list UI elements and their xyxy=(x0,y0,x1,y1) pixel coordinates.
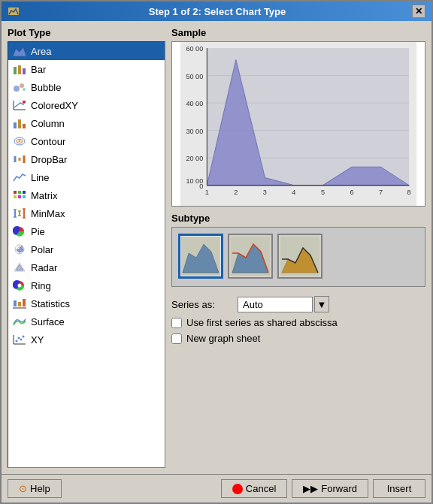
plot-type-panel: Plot Type Area Bar xyxy=(8,27,165,468)
plot-item-xy-label: XY xyxy=(31,334,44,346)
svg-rect-3 xyxy=(18,65,21,74)
series-as-dropdown[interactable]: ▼ xyxy=(314,296,329,312)
plot-item-line[interactable]: Line xyxy=(8,168,165,186)
dropbar-icon xyxy=(13,152,26,166)
main-content: Plot Type Area Bar xyxy=(2,21,431,474)
svg-point-16 xyxy=(19,140,21,142)
plot-item-area[interactable]: Area xyxy=(8,42,165,60)
titlebar: Step 1 of 2: Select Chart Type ✕ xyxy=(2,2,431,21)
coloredxy-icon xyxy=(13,98,26,112)
plot-item-column[interactable]: Column xyxy=(8,114,165,132)
plot-type-list: Area Bar Bubble xyxy=(8,41,165,468)
svg-point-50 xyxy=(18,337,20,340)
subtype-2-preview xyxy=(231,237,270,276)
plot-item-surface-label: Surface xyxy=(31,316,65,327)
series-as-label: Series as: xyxy=(171,299,232,310)
svg-marker-1 xyxy=(13,47,26,56)
svg-text:8: 8 xyxy=(407,189,410,196)
xy-icon xyxy=(13,333,26,346)
new-graph-sheet-checkbox[interactable] xyxy=(171,333,182,344)
series-select: Auto ▼ xyxy=(238,296,329,312)
svg-rect-13 xyxy=(23,124,26,128)
svg-text:60 00: 60 00 xyxy=(186,45,203,53)
plot-item-pie[interactable]: Pie xyxy=(8,222,165,240)
plot-item-minmax-label: MinMax xyxy=(31,208,65,219)
svg-point-42 xyxy=(18,284,22,288)
svg-point-7 xyxy=(23,88,26,91)
subtype-item-1[interactable] xyxy=(178,234,223,279)
svg-point-51 xyxy=(20,339,23,341)
svg-rect-11 xyxy=(14,122,17,128)
plot-item-dropbar-label: DropBar xyxy=(31,154,67,165)
plot-type-label: Plot Type xyxy=(8,27,165,38)
plot-item-polar[interactable]: Polar xyxy=(8,240,165,258)
plot-item-matrix-label: Matrix xyxy=(31,190,57,201)
pie-icon xyxy=(13,225,26,238)
plot-item-statistics[interactable]: Statistics xyxy=(8,294,165,312)
subtype-item-2[interactable] xyxy=(228,234,273,279)
svg-rect-12 xyxy=(18,119,21,128)
svg-rect-10 xyxy=(23,101,26,103)
footer-right: Cancel ▶▶ Forward Insert xyxy=(221,479,425,498)
plot-item-bubble[interactable]: Bubble xyxy=(8,78,165,96)
svg-rect-21 xyxy=(18,191,21,194)
svg-point-52 xyxy=(23,336,25,338)
plot-item-line-label: Line xyxy=(31,172,50,183)
plot-item-matrix[interactable]: Matrix xyxy=(8,186,165,204)
chart-svg: 60 00 50 00 40 00 30 00 20 00 10 00 xyxy=(172,42,425,206)
plot-item-coloredxy-label: ColoredXY xyxy=(31,100,78,111)
svg-point-6 xyxy=(20,83,24,88)
svg-rect-20 xyxy=(14,191,17,194)
forward-button[interactable]: ▶▶ Forward xyxy=(292,479,368,498)
radar-icon xyxy=(13,261,26,274)
help-button[interactable]: ⊙ Help xyxy=(8,479,62,498)
plot-item-radar[interactable]: Radar xyxy=(8,258,165,276)
main-window: Step 1 of 2: Select Chart Type ✕ Plot Ty… xyxy=(0,0,433,504)
subtype-label: Subtype xyxy=(171,213,425,224)
cancel-icon xyxy=(232,484,243,494)
cancel-button[interactable]: Cancel xyxy=(221,479,287,498)
insert-button[interactable]: Insert xyxy=(373,479,425,498)
footer-left: ⊙ Help xyxy=(8,479,62,498)
bubble-icon xyxy=(13,80,26,94)
plot-item-column-label: Column xyxy=(31,118,65,129)
plot-item-dropbar[interactable]: DropBar xyxy=(8,150,165,168)
plot-item-ring[interactable]: Ring xyxy=(8,276,165,294)
svg-text:0: 0 xyxy=(199,183,203,190)
bar-icon xyxy=(13,62,26,76)
series-as-select[interactable]: Auto xyxy=(238,297,313,312)
polar-icon xyxy=(13,243,26,256)
plot-item-contour[interactable]: Contour xyxy=(8,132,165,150)
svg-rect-24 xyxy=(18,195,21,198)
minmax-icon xyxy=(13,207,26,220)
first-series-checkbox[interactable] xyxy=(171,318,182,328)
sample-label: Sample xyxy=(171,27,425,38)
matrix-icon xyxy=(13,189,26,202)
help-icon: ⊙ xyxy=(19,483,27,494)
svg-rect-44 xyxy=(18,302,21,306)
svg-rect-2 xyxy=(14,67,17,74)
plot-item-minmax[interactable]: MinMax xyxy=(8,204,165,222)
svg-rect-25 xyxy=(23,195,26,198)
svg-text:5: 5 xyxy=(321,189,325,196)
plot-item-radar-label: Radar xyxy=(31,262,57,273)
subtype-options xyxy=(171,227,425,287)
surface-icon xyxy=(13,315,26,328)
plot-item-surface[interactable]: Surface xyxy=(8,312,165,330)
window-title: Step 1 of 2: Select Chart Type xyxy=(23,6,412,17)
svg-text:7: 7 xyxy=(379,189,383,196)
right-panel: Sample 60 00 50 00 xyxy=(171,27,425,468)
svg-marker-41 xyxy=(16,264,23,270)
svg-point-49 xyxy=(16,340,18,343)
svg-text:1: 1 xyxy=(205,189,209,196)
subtype-item-3[interactable] xyxy=(277,234,322,279)
svg-text:50 00: 50 00 xyxy=(186,73,203,80)
plot-item-bar[interactable]: Bar xyxy=(8,60,165,78)
plot-item-coloredxy[interactable]: ColoredXY xyxy=(8,96,165,114)
plot-item-bubble-label: Bubble xyxy=(31,82,61,93)
plot-item-xy[interactable]: XY xyxy=(8,330,165,349)
svg-rect-45 xyxy=(23,299,26,306)
plot-item-polar-label: Polar xyxy=(31,244,53,255)
statistics-icon xyxy=(13,297,26,310)
close-button[interactable]: ✕ xyxy=(412,5,425,18)
